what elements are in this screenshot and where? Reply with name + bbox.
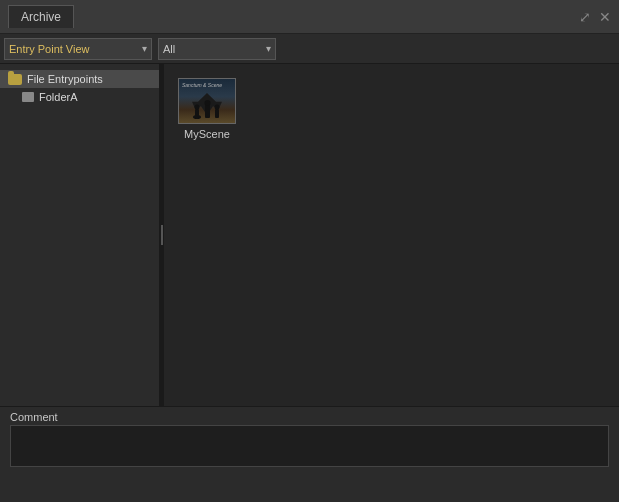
filter-dropdown-label: All (163, 43, 175, 55)
scene-thumbnail: Sanctum & Scene (178, 78, 236, 124)
svg-rect-1 (195, 109, 199, 118)
scene-svg (179, 87, 236, 123)
archive-tab-label: Archive (21, 10, 61, 24)
archive-tab[interactable]: Archive (8, 5, 74, 28)
content-panel: Sanctum & Scene (164, 64, 619, 406)
svg-point-2 (195, 105, 200, 110)
tree-item-label: File Entrypoints (27, 73, 103, 85)
close-icon[interactable]: ✕ (599, 9, 611, 25)
tree-item-folderA-label: FolderA (39, 91, 78, 103)
scene-name: MyScene (184, 128, 230, 140)
filter-dropdown-arrow: ▾ (266, 43, 271, 54)
svg-rect-3 (205, 105, 210, 118)
svg-point-4 (205, 100, 211, 106)
comment-label: Comment (0, 407, 619, 425)
toolbar: Entry Point View ▾ All ▾ (0, 34, 619, 64)
expand-icon[interactable]: ⤢ (579, 9, 591, 25)
title-bar: Archive ⤢ ✕ (0, 0, 619, 34)
svg-rect-5 (215, 109, 219, 118)
bottom-section: Comment (0, 407, 619, 502)
filter-dropdown[interactable]: All ▾ (158, 38, 276, 60)
main-content: File Entrypoints FolderA Sanctum & Scene (0, 64, 619, 407)
scene-item-myscene[interactable]: Sanctum & Scene (174, 74, 240, 144)
comment-input[interactable] (10, 425, 609, 467)
title-bar-icons: ⤢ ✕ (579, 9, 611, 25)
folder-icon (8, 74, 22, 85)
view-dropdown-arrow: ▾ (142, 43, 147, 54)
tree-panel: File Entrypoints FolderA (0, 64, 160, 406)
tree-item-folderA[interactable]: FolderA (0, 88, 159, 106)
scene-thumbnail-visual: Sanctum & Scene (179, 79, 235, 123)
tree-item-file-entrypoints[interactable]: File Entrypoints (0, 70, 159, 88)
svg-point-6 (215, 105, 220, 110)
view-dropdown[interactable]: Entry Point View ▾ (4, 38, 152, 60)
folder-small-icon (22, 92, 34, 102)
view-dropdown-label: Entry Point View (9, 43, 90, 55)
